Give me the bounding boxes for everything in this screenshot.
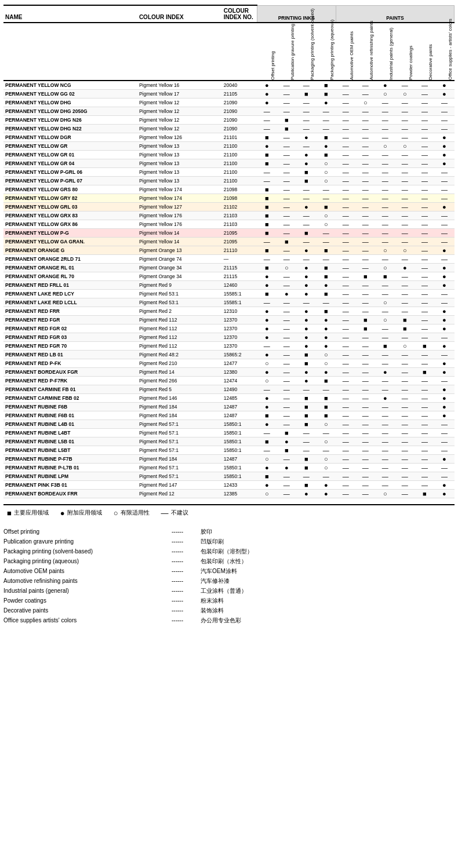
symbol-cell: — [434, 333, 454, 342]
header-colour-index: COLOUR INDEX [137, 5, 222, 23]
symbol-cell: — [355, 490, 375, 498]
product-name: PERMANENT RED FRLL 01 [3, 281, 137, 290]
symbol-cell: — [355, 90, 375, 99]
symbol-cell: — [257, 385, 277, 394]
product-name: PERMANENT YELLOW GRS 80 [3, 185, 137, 194]
symbol-cell: — [355, 264, 375, 272]
symbol-cell: ● [434, 203, 454, 211]
symbol-cell: ■ [375, 342, 395, 351]
symbol-cell: — [415, 99, 434, 107]
colour-index-no: — [222, 255, 257, 264]
symbol-cell: — [336, 281, 355, 290]
table-row: PERMANENT RED FGR 02Pigment Red 11212370… [3, 324, 455, 333]
symbol-cell: — [336, 368, 355, 377]
table-row: PERMANENT YELLOW P-GPigment Yellow 14210… [3, 229, 455, 238]
glossary-term: Automotive refinishing paints [3, 578, 154, 584]
colour-index-no: 12477 [222, 359, 257, 368]
symbol-cell: ● [257, 403, 277, 411]
symbol-cell: ■ [257, 194, 277, 203]
product-name: PERMANENT RED FGR 02 [3, 324, 137, 333]
main-table: NAME COLOUR INDEX COLOUR INDEX NO. PRINT… [3, 5, 455, 498]
symbol-cell: ● [434, 316, 454, 324]
header-col-0: Offset printing [257, 23, 277, 81]
symbol-cell: ● [257, 368, 277, 377]
table-row: PERMANENT YELLOW GRL 03Pigment Yellow 12… [3, 203, 455, 211]
symbol-cell: ● [316, 481, 336, 490]
product-name: PERMANENT YELLOW GR [3, 142, 137, 151]
colour-index-no: 21115 [222, 272, 257, 281]
product-name: PERMANENT ORANGE RL 70 [3, 272, 137, 281]
symbol-cell: — [415, 359, 434, 368]
colour-index-no: 21100 [222, 177, 257, 185]
table-row: PERMANENT YELLOW GR 01Pigment Yellow 132… [3, 151, 455, 159]
product-name: PERMANENT RUBINE L4BT [3, 429, 137, 437]
symbol-cell: ● [296, 159, 316, 168]
legend-label-0: 主要应用领域 [14, 509, 49, 517]
symbol-cell: — [336, 194, 355, 203]
colour-index-no: 15585:1 [222, 298, 257, 307]
symbol-cell: — [296, 255, 316, 264]
symbol-cell: ● [434, 151, 454, 159]
product-name: PERMANENT LAKE RED LCLL [3, 298, 137, 307]
symbol-cell: ○ [375, 90, 395, 99]
symbol-cell: — [355, 159, 375, 168]
colour-index-no: 21102 [222, 203, 257, 211]
symbol-cell: — [434, 238, 454, 246]
symbol-cell: — [355, 229, 375, 238]
table-row: PERMANENT RUBINE L4BTPigment Red 57:1158… [3, 429, 455, 437]
table-row: PERMANENT RUBINE F6B 01Pigment Red 18412… [3, 411, 455, 420]
colour-index: Pigment Red 112 [137, 333, 222, 342]
table-row: PERMANENT CARMINE FB 01Pigment Red 51249… [3, 385, 455, 394]
symbol-cell: — [355, 307, 375, 316]
symbol-cell: ● [316, 368, 336, 377]
colour-index-no: 21105 [222, 90, 257, 99]
product-name: PERMANENT RUBINE L4B 01 [3, 420, 137, 429]
glossary-translation: 工业涂料（普通） [201, 587, 247, 595]
symbol-cell: ● [257, 351, 277, 359]
symbol-cell: ● [434, 342, 454, 351]
symbol-cell: ■ [316, 81, 336, 90]
symbol-cell: — [316, 385, 336, 394]
symbol-cell: ● [296, 203, 316, 211]
product-name: PERMANENT YELLOW GRL 03 [3, 203, 137, 211]
symbol-cell: — [415, 429, 434, 437]
table-row: PERMANENT CARMINE FBB 02Pigment Red 1461… [3, 394, 455, 403]
header-ci-empty [137, 23, 222, 81]
symbol-cell: — [355, 107, 375, 116]
glossary-translation: 胶印 [201, 528, 212, 536]
symbol-cell: — [336, 403, 355, 411]
symbol-cell: — [375, 229, 395, 238]
colour-index: Pigment Red 12 [137, 490, 222, 498]
symbol-cell: ○ [316, 351, 336, 359]
symbol-cell: — [395, 211, 415, 220]
symbol-cell: ■ [316, 307, 336, 316]
symbol-cell: ■ [316, 272, 336, 281]
symbol-cell: ○ [375, 142, 395, 151]
symbol-cell: — [257, 429, 277, 437]
symbol-cell: — [336, 385, 355, 394]
dash-icon: — [161, 509, 169, 517]
symbol-cell: — [355, 177, 375, 185]
page-container: NAME COLOUR INDEX COLOUR INDEX NO. PRINT… [0, 0, 458, 631]
symbol-cell: — [395, 420, 415, 429]
symbol-cell: — [257, 168, 277, 177]
symbol-cell: — [336, 81, 355, 90]
symbol-cell: ■ [296, 403, 316, 411]
colour-index: Pigment Red 146 [137, 394, 222, 403]
table-row: PERMANENT LAKE RED LCYPigment Red 53:115… [3, 290, 455, 298]
symbol-cell: — [395, 229, 415, 238]
symbol-cell: ● [316, 99, 336, 107]
colour-index: Pigment Red 112 [137, 324, 222, 333]
header-col-2: Packaging printing (solvent-based) [296, 23, 316, 81]
glossary-row: Automotive OEM paints------汽车OEM涂料 [3, 567, 455, 575]
header-name-empty [3, 23, 137, 81]
product-name: PERMANENT YELLOW P-G [3, 229, 137, 238]
colour-index-no: 15865:2 [222, 351, 257, 359]
product-name: PERMANENT YELLOW P-GRL 07 [3, 177, 137, 185]
symbol-cell: — [277, 281, 296, 290]
header-col-9: Office supplies - artists' colors [434, 23, 454, 81]
glossary-separator: ------ [154, 528, 201, 535]
colour-index-no: 15850:1 [222, 437, 257, 446]
colour-index-no: 12385 [222, 490, 257, 498]
product-name: PERMANENT YELLOW P-GRL 06 [3, 168, 137, 177]
